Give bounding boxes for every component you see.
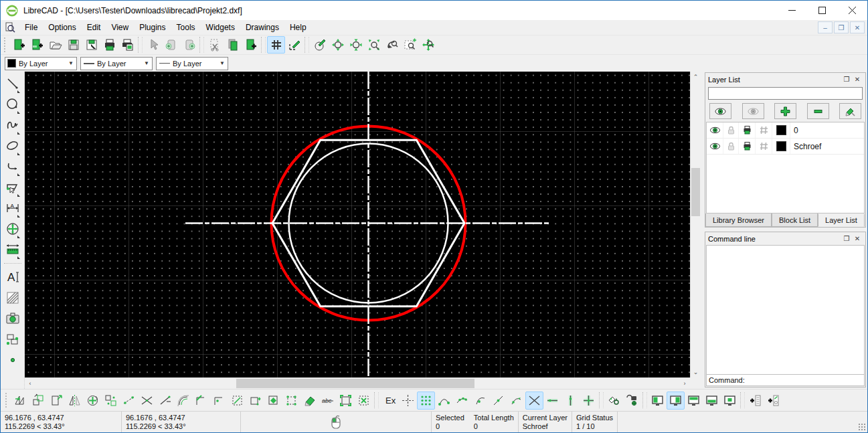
toggle-left-dock-button[interactable] <box>648 392 667 410</box>
circle-tool[interactable] <box>3 95 22 114</box>
attributes-tool[interactable] <box>282 392 300 410</box>
deselect-tool[interactable] <box>355 392 373 410</box>
stretch-tool[interactable] <box>246 392 264 410</box>
add-custom-widget-button[interactable] <box>764 392 782 410</box>
horizontal-scrollbar[interactable]: ‹ › <box>25 377 690 389</box>
grid-toggle-button[interactable] <box>267 36 285 54</box>
drawing-canvas[interactable] <box>25 72 690 377</box>
restrict-vertical-tool[interactable] <box>561 392 580 410</box>
menu-file[interactable]: File <box>19 21 43 34</box>
layer-visible-icon[interactable] <box>710 141 720 151</box>
menu-help[interactable]: Help <box>284 21 312 34</box>
layer-construction-icon[interactable] <box>759 141 769 151</box>
minimize-button[interactable] <box>777 1 807 20</box>
float-panel-icon[interactable]: ❐ <box>841 234 852 244</box>
menu-edit[interactable]: Edit <box>82 21 106 34</box>
dimension-tool[interactable]: A <box>3 199 22 218</box>
maximize-button[interactable] <box>807 1 837 20</box>
properties-tool[interactable] <box>264 392 282 410</box>
toggle-bottom-dock-button[interactable] <box>703 392 721 410</box>
zoom-in-button[interactable] <box>329 36 347 54</box>
point-tool[interactable] <box>3 351 22 369</box>
trim-two-tool[interactable] <box>138 392 156 410</box>
layer-color-swatch[interactable] <box>776 141 786 151</box>
print-button[interactable] <box>100 36 118 54</box>
snap-distance-tool[interactable] <box>507 392 525 410</box>
offset-tool[interactable] <box>174 392 192 410</box>
restrict-orthogonal-tool[interactable] <box>580 392 598 410</box>
mdi-close-button[interactable]: ✕ <box>850 21 865 33</box>
move-rotate-tool[interactable] <box>84 392 102 410</box>
selection-pointer-button[interactable] <box>144 36 162 54</box>
rotate-two-tool[interactable] <box>102 392 120 410</box>
move-copy-tool[interactable] <box>11 392 29 410</box>
layer-visible-icon[interactable] <box>710 125 720 135</box>
vertical-scrollbar[interactable]: ⌃ ⌄ <box>690 72 701 377</box>
lengthen-tool[interactable] <box>156 392 174 410</box>
lock-relative-zero-tool[interactable] <box>605 392 623 410</box>
divide-tool[interactable] <box>228 392 246 410</box>
line-tool[interactable] <box>3 74 22 93</box>
close-button[interactable] <box>837 1 867 20</box>
toggle-floating-dock-button[interactable] <box>721 392 739 410</box>
copy-button[interactable] <box>224 36 242 54</box>
hide-all-layers-button[interactable] <box>742 103 764 119</box>
snap-middle-tool[interactable] <box>489 392 507 410</box>
layer-name[interactable]: Schroef <box>790 142 864 151</box>
bevel-tool[interactable] <box>192 392 210 410</box>
tab-library-browser[interactable]: Library Browser <box>705 213 772 227</box>
hatch-tool[interactable] <box>3 288 22 307</box>
scroll-down-arrow[interactable]: ⌄ <box>691 367 701 377</box>
set-relative-zero-tool[interactable] <box>623 392 641 410</box>
open-file-button[interactable] <box>46 36 64 54</box>
snap-center-tool[interactable] <box>471 392 489 410</box>
previous-view-button[interactable] <box>383 36 401 54</box>
layer-lock-icon[interactable] <box>726 141 736 151</box>
linetype-select[interactable]: By Layer ▼ <box>80 57 153 70</box>
layer-construction-icon[interactable] <box>759 125 769 135</box>
zoom-pan-button[interactable] <box>419 36 437 54</box>
toggle-right-dock-button[interactable] <box>667 392 685 410</box>
save-button[interactable] <box>64 36 82 54</box>
draft-mode-button[interactable] <box>285 36 303 54</box>
remove-layer-button[interactable] <box>807 103 829 119</box>
linewidth-select[interactable]: By Layer ▼ <box>156 57 228 70</box>
layer-name[interactable]: 0 <box>790 126 864 135</box>
delete-tool[interactable] <box>300 392 319 410</box>
free-snap-tool[interactable] <box>399 392 417 410</box>
toggle-top-dock-button[interactable] <box>685 392 703 410</box>
add-toolbar-button[interactable] <box>746 392 764 410</box>
snap-entity-tool[interactable] <box>453 392 471 410</box>
layer-row-1[interactable]: Schroef <box>707 139 864 155</box>
cut-button[interactable] <box>205 36 224 54</box>
horizontal-scroll-thumb[interactable] <box>236 379 474 388</box>
layer-print-icon[interactable] <box>742 141 752 151</box>
new-from-template-button[interactable] <box>28 36 46 54</box>
snap-intersection-tool[interactable] <box>525 392 543 410</box>
float-panel-icon[interactable]: ❐ <box>841 75 852 84</box>
polyline-tool[interactable] <box>3 157 22 176</box>
modify-tool[interactable] <box>3 220 22 238</box>
tab-layer-list[interactable]: Layer List <box>818 213 865 227</box>
mirror-tool[interactable] <box>66 392 84 410</box>
scroll-right-arrow[interactable]: › <box>679 378 690 389</box>
zoom-window-button[interactable] <box>401 36 419 54</box>
redraw-button[interactable] <box>311 36 329 54</box>
tab-block-list[interactable]: Block List <box>772 213 818 227</box>
save-as-button[interactable] <box>82 36 100 54</box>
show-all-layers-button[interactable] <box>709 103 731 119</box>
modify-layer-button[interactable] <box>839 103 861 119</box>
menu-plugins[interactable]: Plugins <box>134 21 171 34</box>
auto-zoom-button[interactable] <box>365 36 383 54</box>
spline-tool[interactable] <box>3 116 22 135</box>
menu-widgets[interactable]: Widgets <box>201 21 240 34</box>
snap-grid-tool[interactable] <box>417 392 435 410</box>
paste-button[interactable] <box>242 36 260 54</box>
vertical-scroll-thumb[interactable] <box>691 168 700 216</box>
explode-text-tool[interactable]: abc <box>319 392 337 410</box>
print-preview-button[interactable] <box>118 36 137 54</box>
resize-grip[interactable] <box>858 423 866 431</box>
rotate-tool[interactable] <box>29 392 48 410</box>
select-tool[interactable] <box>3 178 22 197</box>
block-tool[interactable] <box>3 330 22 349</box>
